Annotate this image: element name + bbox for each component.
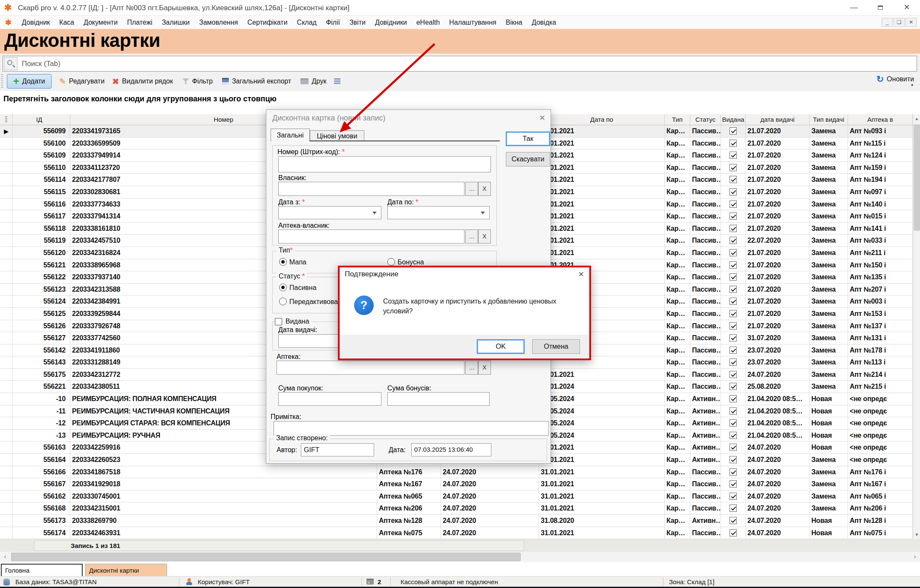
toolbar-grip[interactable] [1,74,3,89]
delete-row-button[interactable]: ✖ Видалити рядок [112,77,173,86]
scroll-right-icon[interactable]: › [910,552,920,562]
scroll-left-icon[interactable]: ‹ [0,552,10,562]
mdi-restore-button[interactable]: ❏ [894,18,905,27]
tab-discount-cards[interactable]: Дисконтні картки [85,564,167,577]
type-map-radio[interactable] [279,258,287,266]
header-date-to[interactable]: Дата по [539,114,665,125]
issued-checkbox[interactable] [730,212,737,220]
issued-checkbox[interactable] [730,419,737,427]
pharmacy-owner-browse-button[interactable]: … [465,229,478,244]
owner-input[interactable] [278,182,464,196]
created-date-input[interactable]: 07.03.2025 13:06:40 [411,443,491,456]
menu-item[interactable]: Каса [55,16,79,29]
issued-checkbox[interactable] [730,334,737,341]
header-issue-apt[interactable]: Аптека в [848,114,913,125]
header-issue-date[interactable]: дата видачі [746,114,810,125]
owner-browse-button[interactable]: … [465,182,478,196]
tab-price-conditions[interactable]: Цінові умови [310,130,364,141]
menu-item[interactable]: Платежі [122,16,157,29]
issued-checkbox[interactable] [730,322,737,330]
issued-checkbox[interactable] [730,395,737,402]
issued-checkbox[interactable] [730,480,737,488]
issued-checkbox[interactable] [730,152,737,159]
horizontal-scroll-thumb[interactable] [11,553,521,561]
tab-general[interactable]: Загальні [271,129,310,141]
confirm-close-icon[interactable]: ✕ [578,270,584,279]
issued-checkbox[interactable] [730,432,737,439]
issued-checkbox[interactable] [730,249,737,256]
table-row[interactable]: 556174 2203342463931 Аптека №075 24.07.2… [0,527,913,539]
date-to-select[interactable] [387,206,490,219]
issued-checkbox[interactable] [730,298,737,305]
dialog-close-icon[interactable]: ✕ [539,113,545,123]
menu-item[interactable]: eHealth [412,16,444,29]
owner-clear-button[interactable]: X [478,182,491,196]
menu-item[interactable]: Залишки [157,16,195,29]
issued-checkbox[interactable] [730,371,737,378]
issued-checkbox[interactable] [730,517,737,524]
print-button[interactable]: Друк [300,77,326,85]
issued-checkbox[interactable] [730,347,737,354]
status-preactivated-radio[interactable] [279,298,287,305]
scroll-down-icon[interactable]: ▼ [913,530,920,539]
menu-item[interactable]: Склад [292,16,321,29]
issued-checkbox[interactable] [730,176,737,183]
mdi-minimize-button[interactable]: _ [882,18,893,27]
restore-button[interactable] [867,0,894,15]
date-from-select[interactable] [278,206,381,219]
menu-item[interactable]: Документи [79,16,122,29]
columns-icon[interactable] [334,78,340,85]
vertical-scroll-thumb[interactable] [914,124,920,231]
issued-checkbox[interactable] [730,188,737,195]
minimize-button[interactable]: — [841,0,867,15]
table-row[interactable]: 556168 2203342315001 Аптека №206 24.07.2… [0,502,913,515]
cancel-button[interactable]: Скасувати [506,152,550,166]
menu-item[interactable]: Замовлення [194,16,242,29]
note-input[interactable] [274,421,549,436]
refresh-button[interactable]: ↻ Оновити ▾ [877,74,914,84]
issued-checkbox[interactable] [730,468,737,476]
issued-checkbox[interactable] [730,201,737,208]
table-row[interactable]: 556167 2203341929018 Аптека №167 24.07.2… [0,478,913,490]
issued-checkbox[interactable] [730,407,737,415]
menu-item[interactable]: Звіти [345,16,370,29]
issued-checkbox[interactable] [730,273,737,281]
menu-item[interactable]: Сертифікати [242,16,292,29]
issued-checkbox[interactable] [730,225,737,232]
table-row[interactable]: 556173 203338269790 Аптека №128 24.07.20… [0,515,913,527]
issued-checkbox[interactable] [730,493,737,500]
menu-item[interactable]: Налаштування [444,16,501,29]
issued-checkbox[interactable] [730,359,737,366]
pharmacy-owner-input[interactable] [278,229,464,244]
menu-item[interactable]: Довідка [527,16,561,29]
issued-checkbox[interactable] [730,286,737,293]
issued-checkbox[interactable] [730,140,737,147]
purchases-input[interactable] [278,392,381,406]
issued-checkbox[interactable] [730,164,737,171]
author-input[interactable]: GIFT [301,443,374,456]
close-button[interactable]: ✕ [894,0,920,15]
vertical-scrollbar[interactable]: ▲ ▼ [913,114,920,539]
header-issued[interactable]: Видана [721,114,746,125]
tab-home[interactable]: Головна [1,564,83,577]
type-bonus-radio[interactable] [387,258,395,266]
issued-checkbox[interactable] [730,456,737,463]
issued-checkbox[interactable] [730,505,737,512]
ok-button[interactable]: OK [477,339,525,354]
add-button[interactable]: + Додати [7,74,52,89]
pharmacy-input[interactable] [277,361,464,375]
edit-button[interactable]: ✎ Редагувати [59,77,105,86]
table-row[interactable]: 556162 2203330745001 Аптека №065 24.07.2… [0,490,913,503]
menu-item[interactable]: Вікна [501,16,527,29]
status-passive-radio[interactable] [279,284,287,291]
issued-checkbox[interactable] [275,318,282,325]
search-input[interactable]: Поиск (Tab) [3,56,917,72]
issued-checkbox[interactable] [730,444,737,451]
menu-item[interactable]: Довідники [370,16,412,29]
header-id[interactable]: ІД [13,114,70,125]
issued-checkbox[interactable] [730,310,737,317]
table-row[interactable]: 556166 2203341867518 Аптека №176 24.07.2… [0,466,913,479]
mdi-close-button[interactable]: ✕ [906,18,917,27]
yes-button[interactable]: Так [506,132,550,146]
menu-item[interactable]: Філії [321,16,345,29]
